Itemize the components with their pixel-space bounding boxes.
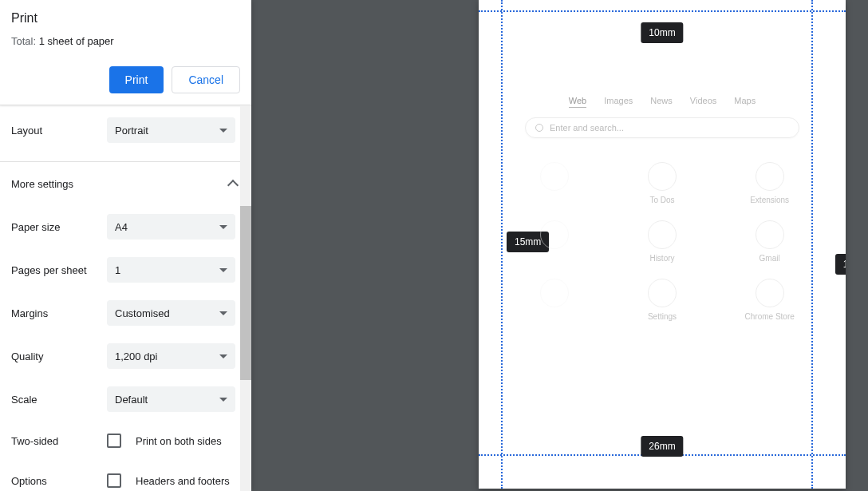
margin-guide-top[interactable] — [479, 10, 846, 12]
quality-row: Quality 1,200 dpi — [11, 335, 240, 378]
preview-tab-maps: Maps — [734, 96, 756, 108]
paper-size-row: Paper size A4 — [11, 205, 240, 248]
preview-tile — [517, 220, 593, 263]
preview-tile — [517, 162, 593, 204]
preview-tile-icon — [648, 220, 677, 249]
scale-select[interactable]: Default — [107, 386, 235, 412]
preview-tab-news: News — [650, 96, 673, 108]
scale-value: Default — [115, 394, 148, 406]
preview-tabs: Web Images News Videos Maps — [501, 96, 823, 108]
caret-down-icon — [219, 129, 227, 133]
total-label: Total: — [11, 35, 39, 47]
headers-footers-text: Headers and footers — [136, 475, 230, 487]
scrollbar-thumb[interactable] — [240, 206, 251, 380]
paper-size-label: Paper size — [11, 221, 107, 233]
pages-per-sheet-label: Pages per sheet — [11, 264, 107, 276]
preview-search-bar: Enter and search... — [525, 117, 799, 138]
headers-footers-checkbox[interactable] — [107, 473, 121, 488]
total-value: 1 sheet of paper — [39, 35, 114, 47]
preview-tile: Extensions — [732, 162, 807, 204]
panel-header: Print Total: 1 sheet of paper — [0, 0, 251, 60]
dialog-title: Print — [11, 11, 240, 26]
margins-select[interactable]: Customised — [107, 300, 235, 326]
two-sided-text: Print on both sides — [136, 435, 222, 447]
two-sided-checkbox[interactable] — [107, 434, 121, 448]
options-row: Options Headers and footers — [11, 461, 240, 491]
layout-row: Layout Portrait — [11, 109, 240, 152]
preview-content: Web Images News Videos Maps Enter and se… — [501, 96, 823, 321]
preview-tab-images: Images — [604, 96, 633, 108]
caret-down-icon — [219, 311, 227, 315]
preview-tab-web: Web — [569, 96, 586, 108]
preview-tile — [517, 279, 593, 321]
scrollbar-track[interactable] — [240, 105, 251, 491]
quality-select[interactable]: 1,200 dpi — [107, 343, 235, 369]
caret-down-icon — [219, 354, 227, 358]
two-sided-label: Two-sided — [11, 435, 107, 447]
cancel-button[interactable]: Cancel — [172, 66, 240, 93]
preview-tile-icon — [648, 162, 677, 191]
preview-tab-videos: Videos — [690, 96, 716, 108]
preview-tile-grid: To Dos Extensions History Gmail Settings… — [517, 162, 807, 321]
preview-tile: History — [625, 220, 700, 263]
preview-tile: Chrome Store — [732, 279, 807, 321]
total-sheets: Total: 1 sheet of paper — [11, 35, 240, 47]
preview-tile-icon — [756, 162, 784, 191]
caret-down-icon — [219, 268, 227, 272]
layout-value: Portrait — [115, 125, 148, 137]
preview-tile-icon — [756, 279, 784, 307]
preview-tile-icon — [648, 279, 677, 307]
preview-page[interactable]: 10mm 15mm 10mm 26mm Web Images News Vide… — [479, 0, 846, 489]
settings-scroll-area: Layout Portrait More settings Paper size… — [0, 105, 251, 491]
pages-per-sheet-value: 1 — [115, 264, 120, 276]
preview-search-placeholder: Enter and search... — [550, 123, 624, 133]
pages-per-sheet-row: Pages per sheet 1 — [11, 248, 240, 291]
margins-row: Margins Customised — [11, 291, 240, 335]
preview-tile-icon — [756, 220, 784, 249]
quality-label: Quality — [11, 350, 107, 362]
margin-badge-right[interactable]: 10mm — [835, 254, 846, 275]
two-sided-row: Two-sided Print on both sides — [11, 421, 240, 461]
margin-badge-top[interactable]: 10mm — [641, 22, 683, 43]
preview-tile: Settings — [625, 279, 700, 321]
chevron-up-icon — [227, 180, 239, 191]
quality-value: 1,200 dpi — [115, 350, 158, 362]
options-label: Options — [11, 475, 107, 487]
preview-tile-icon — [540, 279, 569, 307]
margins-value: Customised — [115, 307, 170, 319]
pages-per-sheet-select[interactable]: 1 — [107, 257, 235, 283]
caret-down-icon — [219, 398, 227, 402]
caret-down-icon — [219, 225, 227, 229]
print-preview-area: 10mm 15mm 10mm 26mm Web Images News Vide… — [251, 0, 868, 491]
layout-label: Layout — [11, 125, 107, 137]
preview-tile: To Dos — [625, 162, 700, 204]
preview-tile-icon — [540, 162, 569, 191]
margin-badge-bottom[interactable]: 26mm — [641, 436, 683, 457]
settings-panel: Print Total: 1 sheet of paper Print Canc… — [0, 0, 251, 491]
preview-tile-icon — [540, 220, 569, 249]
print-button[interactable]: Print — [109, 66, 164, 93]
action-buttons: Print Cancel — [0, 60, 251, 105]
more-settings-toggle[interactable]: More settings — [11, 162, 240, 205]
paper-size-select[interactable]: A4 — [107, 214, 235, 240]
more-settings-label: More settings — [11, 178, 73, 190]
search-icon — [535, 124, 543, 132]
print-dialog: Print Total: 1 sheet of paper Print Canc… — [0, 0, 868, 491]
layout-select[interactable]: Portrait — [107, 117, 235, 143]
preview-tile: Gmail — [732, 220, 807, 263]
scale-row: Scale Default — [11, 378, 240, 421]
scale-label: Scale — [11, 394, 107, 406]
paper-size-value: A4 — [115, 221, 128, 233]
margins-label: Margins — [11, 307, 107, 319]
